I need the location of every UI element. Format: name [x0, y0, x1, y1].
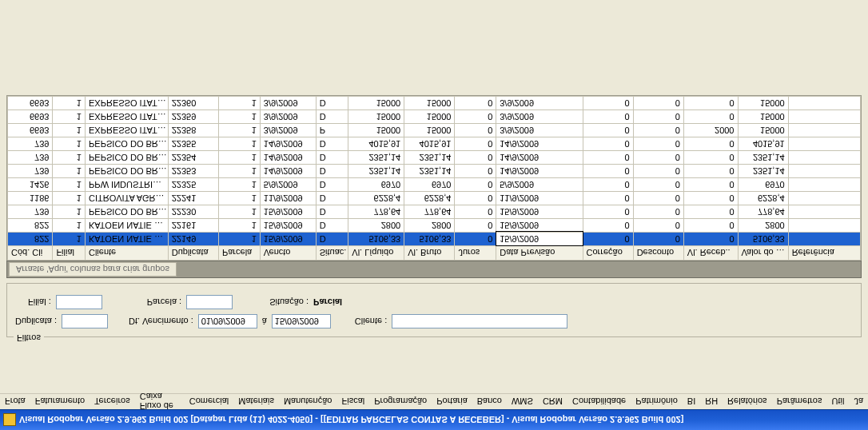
table-cell[interactable]: KATOEN NATIE … [85, 219, 168, 233]
table-cell[interactable]: 1 [218, 137, 260, 151]
column-header[interactable]: Data Previsão [496, 246, 583, 261]
table-cell[interactable]: 0 [583, 110, 633, 124]
table-cell[interactable]: 778,64 [404, 205, 455, 219]
table-cell[interactable]: 1 [218, 124, 260, 137]
table-cell[interactable]: 22354 [168, 151, 218, 165]
table-cell[interactable]: 0 [633, 192, 683, 205]
table-cell[interactable]: 0 [455, 97, 496, 110]
data-grid[interactable]: Cód. CliFilialClienteDuplicataParcelaVen… [6, 95, 862, 261]
table-cell[interactable]: 0 [633, 137, 683, 151]
table-cell[interactable]: P [316, 124, 348, 137]
menu-item[interactable]: CRM [543, 397, 563, 407]
menu-item[interactable]: RH [705, 397, 718, 407]
table-cell[interactable]: 0 [633, 151, 683, 165]
table-cell[interactable]: 22353 [168, 165, 218, 178]
table-cell[interactable] [788, 137, 860, 151]
menu-item[interactable]: BI [687, 397, 695, 407]
column-header[interactable]: Referência [788, 246, 860, 261]
table-cell[interactable]: 0 [683, 165, 738, 178]
table-cell[interactable]: 2351,14 [404, 151, 455, 165]
table-cell[interactable]: 1 [218, 192, 260, 205]
table-row[interactable]: 66931EXPRESSO ITAT…2235913/9/2009D150001… [8, 110, 861, 124]
table-cell[interactable]: D [316, 97, 348, 110]
table-cell[interactable]: 14/9/2009 [260, 137, 316, 151]
table-cell[interactable]: 739 [8, 151, 53, 165]
column-header[interactable]: Filial [53, 246, 86, 261]
table-cell[interactable]: D [316, 165, 348, 178]
menu-bar[interactable]: FrotaFaturamentoTerceirosFluxo de CaixaC… [0, 393, 868, 409]
table-cell[interactable]: 15/9/2009 [496, 233, 583, 246]
table-cell[interactable]: 2800 [404, 219, 455, 233]
table-cell[interactable]: 0 [455, 205, 496, 219]
menu-item[interactable]: Materiais [238, 397, 274, 407]
table-cell[interactable]: 0 [683, 233, 738, 246]
table-cell[interactable]: 0 [455, 151, 496, 165]
table-cell[interactable]: 5106,33 [404, 233, 455, 246]
table-cell[interactable]: PPW INDUSTRI… [85, 178, 168, 192]
table-cell[interactable]: 15000 [404, 110, 455, 124]
table-cell[interactable]: 15000 [348, 124, 404, 137]
table-row[interactable]: 7391PEPSICO DO BR…22355114/9/2009D4015,9… [8, 137, 861, 151]
table-cell[interactable] [788, 233, 860, 246]
table-cell[interactable]: 6693 [8, 97, 53, 110]
table-cell[interactable]: 0 [683, 151, 738, 165]
menu-item[interactable]: Terceiros [94, 397, 130, 407]
table-cell[interactable]: 6228,4 [404, 192, 455, 205]
table-row[interactable]: 66931EXPRESSO ITAT…2236013/9/2009D150001… [8, 97, 861, 110]
table-cell[interactable]: 0 [583, 178, 633, 192]
table-cell[interactable]: 1 [53, 124, 86, 137]
table-row[interactable]: 7391PEPSICO DO BR…22230115/9/2009D778,64… [8, 205, 861, 219]
table-cell[interactable]: 15000 [738, 110, 788, 124]
table-cell[interactable]: 0 [633, 205, 683, 219]
table-cell[interactable]: 1426 [8, 178, 53, 192]
table-cell[interactable]: D [316, 233, 348, 246]
table-row[interactable]: 8221KATOEN NATIE …22161115/9/2009D280028… [8, 219, 861, 233]
table-cell[interactable]: 15000 [738, 124, 788, 137]
menu-item[interactable]: Fluxo de Caixa [140, 392, 180, 412]
table-cell[interactable]: 6693 [8, 124, 53, 137]
table-cell[interactable]: D [316, 151, 348, 165]
table-cell[interactable]: PEPSICO DO BR… [85, 165, 168, 178]
table-cell[interactable]: 1 [218, 151, 260, 165]
table-cell[interactable] [788, 97, 860, 110]
menu-item[interactable]: Frota [5, 397, 26, 407]
menu-item[interactable]: Util [831, 397, 844, 407]
column-header[interactable]: Parcela [218, 246, 260, 261]
table-cell[interactable]: 1 [53, 192, 86, 205]
table-cell[interactable]: 0 [455, 178, 496, 192]
table-cell[interactable]: 14/9/2009 [496, 151, 583, 165]
table-cell[interactable]: 3/9/2009 [260, 97, 316, 110]
table-cell[interactable]: 15/9/2009 [260, 233, 316, 246]
table-cell[interactable]: 3/9/2009 [496, 110, 583, 124]
table-cell[interactable]: 0 [583, 97, 633, 110]
table-cell[interactable]: 0 [633, 165, 683, 178]
table-cell[interactable]: 1 [53, 205, 86, 219]
table-cell[interactable]: EXPRESSO ITAT… [85, 124, 168, 137]
table-cell[interactable]: 0 [455, 165, 496, 178]
table-cell[interactable]: 2351,14 [738, 151, 788, 165]
input-duplicata[interactable] [62, 314, 108, 328]
menu-item[interactable]: Programação [374, 397, 427, 407]
table-cell[interactable]: 2351,14 [404, 165, 455, 178]
table-cell[interactable]: 0 [683, 192, 738, 205]
column-header[interactable]: Duplicata [168, 246, 218, 261]
table-row[interactable]: 7391PEPSICO DO BR…22353114/9/2009D2351,1… [8, 165, 861, 178]
table-cell[interactable]: 15000 [404, 97, 455, 110]
column-header[interactable]: Juros [455, 246, 496, 261]
table-cell[interactable]: 0 [633, 233, 683, 246]
table-cell[interactable]: 0 [455, 192, 496, 205]
table-cell[interactable]: 22358 [168, 124, 218, 137]
table-cell[interactable]: 778,64 [738, 205, 788, 219]
table-cell[interactable]: 0 [683, 137, 738, 151]
table-cell[interactable]: 0 [683, 110, 738, 124]
column-header[interactable]: Vencto [260, 246, 316, 261]
table-cell[interactable]: 4015,91 [404, 137, 455, 151]
table-cell[interactable]: 14/9/2009 [260, 151, 316, 165]
group-by-bar[interactable]: Arraste 'Aqui' colunas para criar grupos [6, 261, 862, 278]
table-cell[interactable]: 22360 [168, 97, 218, 110]
table-cell[interactable]: 6970 [738, 178, 788, 192]
column-header[interactable]: Correção [583, 246, 633, 261]
table-cell[interactable]: 11/9/2009 [496, 192, 583, 205]
menu-item[interactable]: Fiscal [341, 397, 364, 407]
table-cell[interactable]: 0 [683, 205, 738, 219]
